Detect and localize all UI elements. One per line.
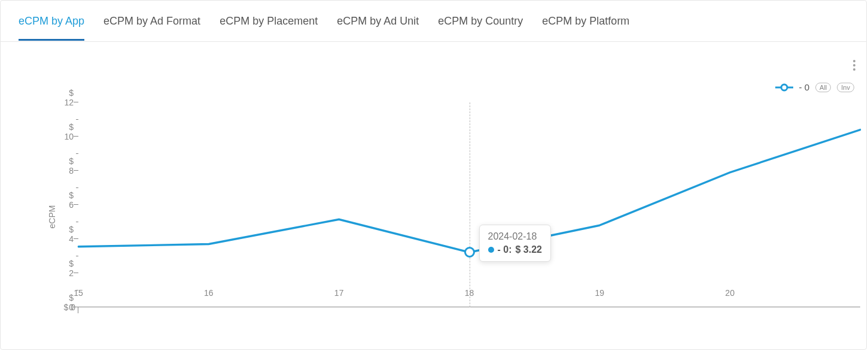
- y-tick-8: $ 8: [69, 156, 74, 176]
- x-tick-19: 19: [595, 288, 605, 298]
- tab-ecpm-by-placement[interactable]: eCPM by Placement: [220, 15, 318, 28]
- y-axis-label: eCPM: [47, 205, 57, 229]
- legend-all-button[interactable]: All: [815, 83, 831, 92]
- y-tick-0: $ 0: [69, 293, 74, 312]
- tab-ecpm-by-country[interactable]: eCPM by Country: [438, 15, 523, 28]
- y-tick-2: $ 2: [69, 259, 74, 278]
- y-tick-6: $ 6: [69, 190, 74, 210]
- tab-ecpm-by-ad-unit[interactable]: eCPM by Ad Unit: [337, 15, 419, 28]
- y-axis-tick: [78, 307, 78, 313]
- y-axis-tick: [74, 307, 78, 307]
- x-tick-16: 16: [204, 288, 214, 298]
- line-series: [78, 102, 860, 307]
- hover-point-marker: [464, 247, 475, 258]
- y-axis-tick: [74, 273, 78, 273]
- legend-series-label[interactable]: - 0: [799, 82, 810, 92]
- tab-bar: eCPM by App eCPM by Ad Format eCPM by Pl…: [1, 1, 866, 42]
- y-tick-4: $ 4: [69, 225, 74, 244]
- y-axis-tick: [74, 204, 78, 205]
- y-tick-10: $ 10: [64, 122, 74, 141]
- plot-region[interactable]: $ 0 $ 2 $ 4 $ 6 $ 8 $ 10 $ 12 /* drawn v…: [78, 102, 860, 307]
- y-axis-tick: [76, 187, 78, 188]
- tab-ecpm-by-app[interactable]: eCPM by App: [19, 15, 84, 28]
- x-tick-20: 20: [725, 288, 735, 298]
- legend-series-marker-icon: [775, 83, 793, 92]
- y-axis-tick: [76, 290, 78, 291]
- x-tick-15: 15: [74, 288, 83, 298]
- x-tick-17: 17: [334, 288, 344, 298]
- svg-point-1: [781, 84, 787, 90]
- y-axis-tick: [74, 102, 78, 102]
- chart-menu-icon[interactable]: [853, 58, 855, 72]
- y-axis-tick: [76, 119, 78, 120]
- legend-inv-button[interactable]: Inv: [837, 83, 854, 92]
- y-axis-tick: [74, 238, 78, 239]
- x-tick-18: 18: [465, 288, 474, 298]
- tab-ecpm-by-ad-format[interactable]: eCPM by Ad Format: [103, 15, 200, 28]
- y-tick-12: $ 12: [64, 88, 74, 107]
- y-axis-tick: [76, 256, 78, 256]
- chart-area: eCPM $ 0 $ 0 $ 2 $ 4 $ 6 $ 8 $ 10 $ 12 /…: [31, 102, 860, 331]
- y-axis-tick: [74, 170, 78, 171]
- tab-ecpm-by-platform[interactable]: eCPM by Platform: [542, 15, 629, 28]
- y-axis-tick: [76, 153, 78, 154]
- chart-legend: - 0 All Inv: [775, 82, 854, 92]
- y-axis-tick: [74, 136, 78, 137]
- report-panel: eCPM by App eCPM by Ad Format eCPM by Pl…: [0, 0, 867, 350]
- y-axis-tick: [76, 222, 78, 222]
